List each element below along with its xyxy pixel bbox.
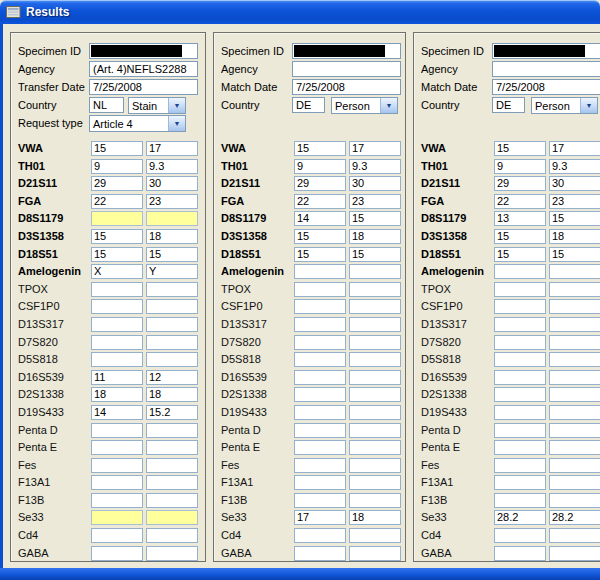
allele-cell[interactable] [494,546,546,561]
allele-cell[interactable] [91,510,143,525]
allele-cell[interactable]: 15 [549,247,600,262]
allele-cell[interactable]: 18 [349,510,401,525]
allele-cell[interactable] [549,335,600,350]
allele-cell[interactable] [494,282,546,297]
allele-cell[interactable]: 18 [146,387,198,402]
allele-cell[interactable] [549,282,600,297]
allele-cell[interactable] [91,440,143,455]
allele-cell[interactable] [494,440,546,455]
allele-cell[interactable]: 17 [294,510,346,525]
allele-cell[interactable]: 12 [146,370,198,385]
allele-cell[interactable]: 30 [349,176,401,191]
allele-cell[interactable] [146,211,198,226]
agency-field[interactable] [292,61,401,77]
allele-cell[interactable]: 9 [494,159,546,174]
allele-cell[interactable]: 15 [549,211,600,226]
chevron-down-icon[interactable]: ▼ [380,98,397,113]
allele-cell[interactable] [91,335,143,350]
allele-cell[interactable] [494,352,546,367]
allele-cell[interactable] [349,317,401,332]
allele-cell[interactable] [146,528,198,543]
allele-cell[interactable] [294,423,346,438]
allele-cell[interactable] [294,440,346,455]
allele-cell[interactable]: 23 [349,194,401,209]
specimen-id-field[interactable] [89,43,198,59]
allele-cell[interactable] [91,423,143,438]
allele-cell[interactable] [349,370,401,385]
allele-cell[interactable] [494,264,546,279]
allele-cell[interactable] [146,423,198,438]
allele-cell[interactable] [146,299,198,314]
allele-cell[interactable]: 29 [294,176,346,191]
chevron-down-icon[interactable]: ▼ [168,98,185,113]
allele-cell[interactable] [494,405,546,420]
allele-cell[interactable] [294,317,346,332]
allele-cell[interactable]: 22 [91,194,143,209]
specimen-id-field[interactable] [292,43,401,59]
country-code-field[interactable]: DE [292,97,325,113]
allele-cell[interactable] [349,475,401,490]
allele-cell[interactable] [91,493,143,508]
allele-cell[interactable] [146,493,198,508]
allele-cell[interactable] [549,440,600,455]
allele-cell[interactable]: 18 [349,229,401,244]
allele-cell[interactable]: 29 [91,176,143,191]
allele-cell[interactable]: 15 [294,247,346,262]
country-code-field[interactable]: DE [492,97,525,113]
allele-cell[interactable] [549,405,600,420]
allele-cell[interactable]: 15.2 [146,405,198,420]
chevron-down-icon[interactable]: ▼ [168,116,185,131]
allele-cell[interactable]: 30 [549,176,600,191]
allele-cell[interactable]: 22 [494,194,546,209]
allele-cell[interactable] [91,546,143,561]
sample-type-select[interactable]: Person ▼ [331,97,398,114]
allele-cell[interactable]: 23 [549,194,600,209]
allele-cell[interactable]: 13 [494,211,546,226]
allele-cell[interactable] [549,387,600,402]
sample-type-select[interactable]: Person ▼ [531,97,598,114]
allele-cell[interactable] [294,405,346,420]
allele-cell[interactable]: 9 [294,159,346,174]
allele-cell[interactable]: 15 [146,247,198,262]
allele-cell[interactable]: 18 [549,229,600,244]
allele-cell[interactable] [146,317,198,332]
allele-cell[interactable]: 15 [91,141,143,156]
allele-cell[interactable] [549,264,600,279]
allele-cell[interactable]: 11 [91,370,143,385]
allele-cell[interactable] [494,317,546,332]
agency-field[interactable]: (Art. 4)NEFLS2288 [89,61,198,77]
allele-cell[interactable] [91,528,143,543]
allele-cell[interactable] [294,299,346,314]
allele-cell[interactable] [349,546,401,561]
allele-cell[interactable]: 29 [494,176,546,191]
allele-cell[interactable] [494,299,546,314]
allele-cell[interactable]: 15 [91,247,143,262]
allele-cell[interactable] [91,475,143,490]
allele-cell[interactable]: 18 [146,229,198,244]
allele-cell[interactable] [294,264,346,279]
allele-cell[interactable] [494,458,546,473]
allele-cell[interactable]: 15 [349,211,401,226]
allele-cell[interactable] [549,475,600,490]
allele-cell[interactable] [349,282,401,297]
allele-cell[interactable] [549,493,600,508]
allele-cell[interactable] [294,475,346,490]
allele-cell[interactable] [494,475,546,490]
allele-cell[interactable]: 9 [91,159,143,174]
allele-cell[interactable]: 15 [494,141,546,156]
allele-cell[interactable] [349,458,401,473]
allele-cell[interactable]: 15 [494,247,546,262]
allele-cell[interactable] [294,528,346,543]
allele-cell[interactable] [146,510,198,525]
allele-cell[interactable] [494,387,546,402]
request-type-select[interactable]: Article 4 ▼ [89,115,186,132]
allele-cell[interactable] [549,370,600,385]
allele-cell[interactable] [549,299,600,314]
allele-cell[interactable] [91,317,143,332]
allele-cell[interactable]: 18 [91,387,143,402]
allele-cell[interactable] [146,546,198,561]
allele-cell[interactable]: 23 [146,194,198,209]
allele-cell[interactable] [91,352,143,367]
agency-field[interactable] [492,61,600,77]
allele-cell[interactable] [349,423,401,438]
